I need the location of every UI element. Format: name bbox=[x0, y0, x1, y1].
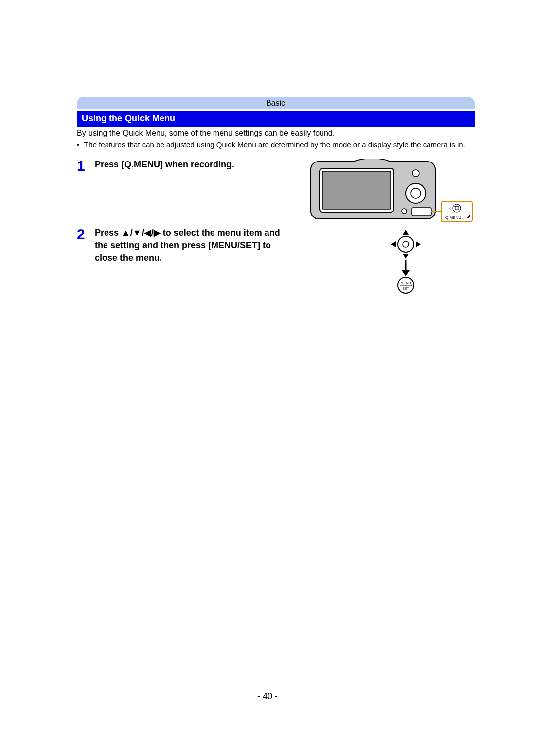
step-text: Press ▲/▼/◀/▶ to select the menu item an… bbox=[95, 227, 287, 265]
svg-point-3 bbox=[412, 170, 419, 177]
note-text: The features that can be adjusted using … bbox=[84, 140, 465, 150]
intro-text: By using the Quick Menu, some of the men… bbox=[77, 128, 475, 139]
svg-marker-17 bbox=[403, 230, 409, 235]
dpad-icon: MENU SET bbox=[381, 227, 430, 296]
dpad-illustration: MENU SET bbox=[381, 227, 430, 298]
steps-list: 1 Press [Q.MENU] when recording. bbox=[77, 159, 475, 298]
note-line: • The features that can be adjusted usin… bbox=[77, 140, 475, 150]
bullet-icon: • bbox=[77, 140, 82, 150]
menu-set-bottom: SET bbox=[402, 287, 409, 290]
page-title: Using the Quick Menu bbox=[77, 111, 475, 127]
page-number: - 40 - bbox=[0, 691, 535, 702]
menu-set-top: MENU bbox=[401, 281, 411, 285]
step-number: 1 bbox=[77, 159, 95, 173]
svg-point-15 bbox=[398, 236, 414, 252]
step-text: Press [Q.MENU] when recording. bbox=[95, 159, 309, 171]
svg-point-6 bbox=[402, 209, 407, 214]
svg-marker-19 bbox=[391, 241, 396, 247]
step2-prefix: Press bbox=[95, 228, 121, 238]
step-1-text: Press [Q.MENU] when recording. bbox=[95, 160, 234, 169]
qmenu-label: Q.MENU bbox=[445, 216, 461, 220]
camera-illustration: Q.MENU bbox=[309, 159, 475, 225]
camera-back-icon: Q.MENU bbox=[309, 159, 475, 223]
svg-marker-22 bbox=[402, 270, 410, 276]
svg-marker-20 bbox=[416, 241, 421, 247]
step-2: 2 Press ▲/▼/◀/▶ to select the menu item … bbox=[77, 227, 475, 298]
arrows-icon: ▲/▼/◀/▶ bbox=[121, 228, 160, 238]
step-number: 2 bbox=[77, 227, 95, 242]
svg-point-5 bbox=[411, 188, 421, 198]
svg-rect-7 bbox=[412, 208, 431, 216]
svg-rect-2 bbox=[322, 171, 391, 209]
step-1: 1 Press [Q.MENU] when recording. bbox=[77, 159, 475, 225]
svg-point-23 bbox=[398, 277, 414, 293]
svg-marker-18 bbox=[403, 254, 409, 259]
section-header: Basic bbox=[77, 97, 475, 109]
page-body: By using the Quick Menu, some of the men… bbox=[77, 128, 475, 298]
manual-page: Basic Using the Quick Menu By using the … bbox=[0, 0, 535, 756]
